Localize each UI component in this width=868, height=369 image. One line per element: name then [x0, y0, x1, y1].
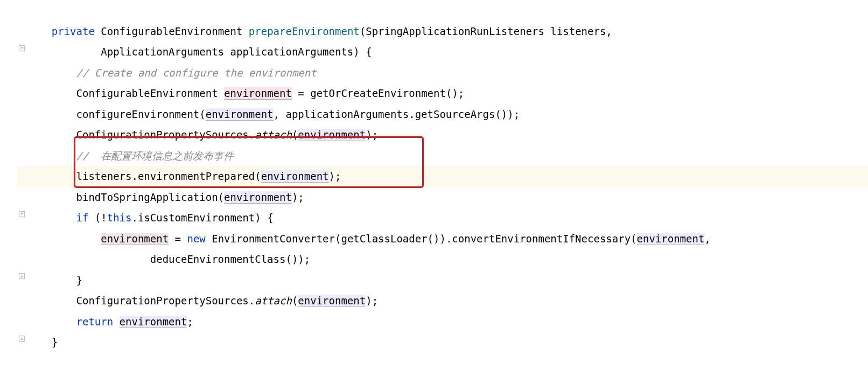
code-text: configureEnvironment( — [76, 108, 206, 120]
paren: ); — [366, 129, 378, 141]
code-line[interactable]: } — [27, 332, 868, 353]
paren: ( — [292, 295, 298, 307]
var-environment: environment — [637, 233, 705, 245]
keyword-this: this — [107, 212, 132, 224]
type-name: ConfigurableEnvironment — [101, 25, 242, 37]
comment: // Create and configure the environment — [76, 67, 317, 79]
fold-icon[interactable] — [18, 44, 26, 52]
code-line[interactable]: environment = new EnvironmentConverter(g… — [27, 228, 868, 249]
keyword-return: return — [76, 316, 114, 328]
method-attach: attach — [255, 129, 292, 141]
var-environment: environment — [298, 129, 366, 141]
method-name: prepareEnvironment — [249, 25, 360, 37]
paren: ); — [329, 170, 341, 182]
code-line[interactable]: ConfigurableEnvironment environment = ge… — [27, 83, 868, 104]
code-line[interactable]: // Create and configure the environment — [27, 62, 868, 83]
var-environment: environment — [224, 191, 292, 204]
paren: ( — [292, 129, 298, 141]
paren: ); — [292, 191, 304, 203]
keyword-new: new — [187, 233, 205, 245]
fold-icon[interactable] — [18, 210, 26, 218]
code-line[interactable]: // 在配置环境信息之前发布事件 — [27, 145, 868, 166]
code-line[interactable]: return environment; — [27, 311, 868, 332]
var-environment: environment — [298, 295, 366, 307]
brace: } — [76, 274, 82, 286]
code-line-current[interactable]: listeners.environmentPrepared(environmen… — [17, 166, 868, 187]
code-text: .isCustomEnvironment) { — [132, 212, 274, 224]
code-line[interactable]: if (!this.isCustomEnvironment) { — [27, 207, 868, 228]
method-attach: attach — [255, 295, 292, 307]
code-line[interactable]: ApplicationArguments applicationArgument… — [27, 41, 868, 62]
comma: , — [704, 233, 710, 245]
type-name: ConfigurableEnvironment — [76, 87, 218, 99]
code-line[interactable]: deduceEnvironmentClass()); — [27, 249, 868, 270]
var-environment: environment — [120, 316, 187, 328]
code-line[interactable]: } — [27, 270, 868, 291]
code-line[interactable]: ConfigurationPropertySources.attach(envi… — [27, 290, 868, 311]
code-line[interactable]: bindToSpringApplication(environment); — [27, 187, 868, 208]
sig-tail: ApplicationArguments applicationArgument… — [101, 46, 372, 58]
code-text: , applicationArguments.getSourceArgs()); — [274, 108, 520, 120]
brace: } — [52, 336, 58, 348]
var-environment: environment — [101, 233, 169, 245]
comment: // 在配置环境信息之前发布事件 — [76, 150, 234, 162]
code-editor[interactable]: private ConfigurableEnvironment prepareE… — [0, 0, 868, 369]
code-text: deduceEnvironmentClass()); — [150, 253, 310, 265]
var-environment: environment — [261, 170, 329, 183]
code-text: = — [169, 233, 187, 245]
code-line[interactable] — [27, 0, 868, 21]
fold-icon[interactable] — [18, 272, 26, 280]
code-text: listeners.environmentPrepared( — [76, 170, 261, 182]
code-text: bindToSpringApplication( — [76, 191, 225, 203]
code-text: EnvironmentConverter(getClassLoader()).c… — [206, 233, 637, 245]
code-text: (! — [88, 212, 107, 224]
fold-icon[interactable] — [18, 335, 26, 343]
keyword-if: if — [76, 212, 89, 224]
code-text: = getOrCreateEnvironment(); — [292, 87, 464, 99]
code-area[interactable]: private ConfigurableEnvironment prepareE… — [27, 0, 868, 353]
code-line[interactable]: ConfigurationPropertySources.attach(envi… — [27, 124, 868, 145]
keyword-private: private — [52, 25, 95, 37]
code-text: ConfigurationPropertySources. — [76, 295, 255, 307]
code-line[interactable]: private ConfigurableEnvironment prepareE… — [27, 21, 868, 42]
code-line[interactable]: configureEnvironment(environment, applic… — [27, 104, 868, 125]
var-environment: environment — [206, 108, 274, 121]
semi: ; — [187, 316, 193, 328]
paren: ); — [366, 295, 378, 307]
sig-tail: (SpringApplicationRunListeners listeners… — [360, 25, 612, 37]
code-text: ConfigurationPropertySources. — [76, 129, 255, 141]
var-environment: environment — [224, 87, 292, 100]
